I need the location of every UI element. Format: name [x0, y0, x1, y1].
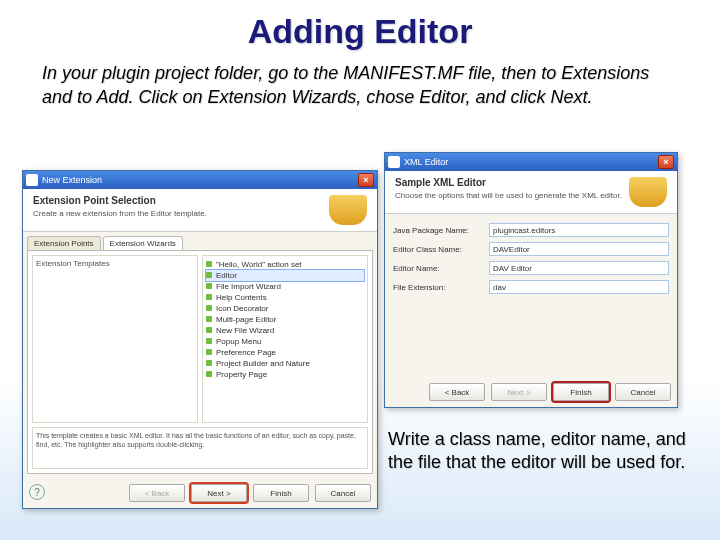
back-button[interactable]: < Back [429, 383, 485, 401]
ext-label: File Extension: [393, 283, 485, 292]
templates-label: Extension Templates [36, 259, 194, 268]
tab-extension-points[interactable]: Extension Points [27, 236, 101, 250]
class-label: Editor Class Name: [393, 245, 485, 254]
template-description: This template creates a basic XML editor… [32, 427, 368, 469]
plug-icon [329, 195, 367, 225]
dialog1-titlebar[interactable]: New Extension × [23, 171, 377, 189]
dialog1-title: New Extension [42, 175, 358, 185]
next-button[interactable]: Next > [191, 484, 247, 502]
eclipse-icon [26, 174, 38, 186]
template-item[interactable]: Property Page [206, 369, 364, 380]
template-item[interactable]: Preference Page [206, 347, 364, 358]
finish-button[interactable]: Finish [553, 383, 609, 401]
template-item[interactable]: Project Builder and Nature [206, 358, 364, 369]
pkg-label: Java Package Name: [393, 226, 485, 235]
eclipse-icon [388, 156, 400, 168]
instruction-text-1: In your plugin project folder, go to the… [0, 57, 720, 118]
template-item[interactable]: Icon Decorator [206, 303, 364, 314]
dialog2-title: XML Editor [404, 157, 658, 167]
cancel-button[interactable]: Cancel [615, 383, 671, 401]
instruction-text-2: Write a class name, editor name, and the… [380, 428, 700, 475]
close-icon[interactable]: × [358, 173, 374, 187]
templates-list[interactable]: "Hello, World" action setEditorFile Impo… [202, 255, 368, 423]
template-item[interactable]: Popup Menu [206, 336, 364, 347]
template-item[interactable]: Editor [206, 270, 364, 281]
dialog2-subheader: Choose the options that will be used to … [395, 191, 629, 200]
xml-editor-dialog: XML Editor × Sample XML Editor Choose th… [384, 152, 678, 408]
ext-input[interactable]: dav [489, 280, 669, 294]
tab-extension-wizards[interactable]: Extension Wizards [103, 236, 183, 250]
template-item[interactable]: New File Wizard [206, 325, 364, 336]
name-input[interactable]: DAV Editor [489, 261, 669, 275]
back-button[interactable]: < Back [129, 484, 185, 502]
dialog2-header: Sample XML Editor [395, 177, 629, 188]
help-icon[interactable]: ? [29, 484, 45, 500]
next-button[interactable]: Next > [491, 383, 547, 401]
close-icon[interactable]: × [658, 155, 674, 169]
slide-title: Adding Editor [0, 0, 720, 57]
dialog1-header: Extension Point Selection [33, 195, 329, 206]
plug-icon [629, 177, 667, 207]
template-item[interactable]: Help Contents [206, 292, 364, 303]
new-extension-dialog: New Extension × Extension Point Selectio… [22, 170, 378, 509]
pkg-input[interactable]: plugincast.editors [489, 223, 669, 237]
dialog1-subheader: Create a new extension from the Editor t… [33, 209, 329, 218]
class-input[interactable]: DAVEditor [489, 242, 669, 256]
name-label: Editor Name: [393, 264, 485, 273]
template-item[interactable]: File Import Wizard [206, 281, 364, 292]
finish-button[interactable]: Finish [253, 484, 309, 502]
template-item[interactable]: Multi-page Editor [206, 314, 364, 325]
dialog2-titlebar[interactable]: XML Editor × [385, 153, 677, 171]
cancel-button[interactable]: Cancel [315, 484, 371, 502]
template-item[interactable]: "Hello, World" action set [206, 259, 364, 270]
